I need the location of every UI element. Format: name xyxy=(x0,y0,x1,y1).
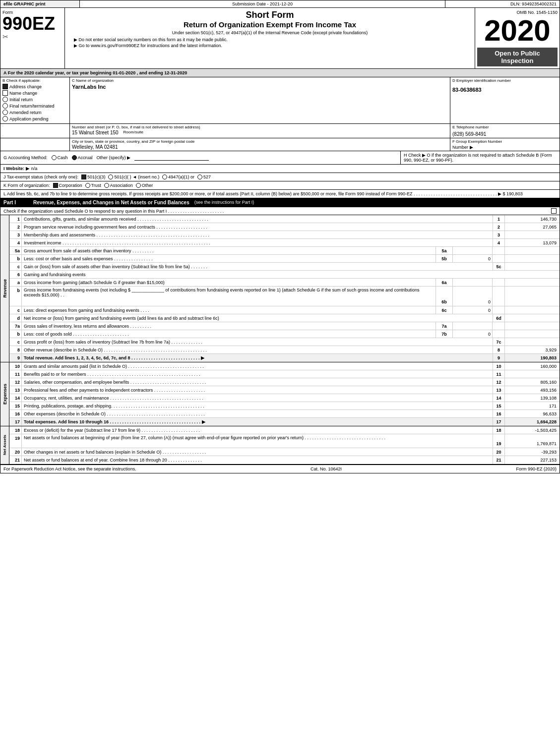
subtitle: Under section 501(c), 527, or 4947(a)(1)… xyxy=(69,30,471,35)
line-7a: 7a Gross sales of inventory, less return… xyxy=(9,322,560,330)
line-6-num: 6 xyxy=(9,271,22,278)
tax-501c3-checkbox[interactable] xyxy=(81,174,86,179)
k-other-option[interactable]: Other xyxy=(136,183,153,188)
tax-501c-label: 501(c)( ) ◄ (insert no.) xyxy=(114,174,159,179)
line-6b-val xyxy=(505,287,560,306)
line-6a-desc: Gross income from gaming (attach Schedul… xyxy=(22,279,436,286)
line-13-lnum: 13 xyxy=(493,386,505,394)
line-2: 2 Program service revenue including gove… xyxy=(9,223,560,231)
line-6c-desc: Less: direct expenses from gaming and fu… xyxy=(22,306,436,314)
checkbox-pending[interactable]: Application pending xyxy=(2,116,67,121)
line-5a-ref: 5a xyxy=(436,247,453,254)
line-7c-num: c xyxy=(9,338,22,346)
tax-527-radio[interactable] xyxy=(197,174,202,179)
application-pending-checkbox[interactable] xyxy=(2,116,8,121)
line-12-val: 805,160 xyxy=(505,378,560,386)
short-form-title: Short Form xyxy=(69,10,471,20)
line-6b-box: 0 xyxy=(453,287,493,306)
line-7b-ref: 7b xyxy=(436,330,453,338)
tax-4947-option[interactable]: 4947(a)(1) or xyxy=(162,174,194,179)
tax-527-option[interactable]: 527 xyxy=(197,174,211,179)
line-4-lnum: 4 xyxy=(493,239,505,246)
address-col: Number and street (or P. O. box, if mail… xyxy=(70,124,450,138)
line-11-val xyxy=(505,370,560,378)
line-4-desc: Investment income . . . . . . . . . . . … xyxy=(22,239,493,246)
line-9-lnum: 9 xyxy=(493,354,505,362)
line-13-num: 13 xyxy=(9,386,22,394)
address-change-checkbox[interactable] xyxy=(2,84,8,89)
line-6c-num: c xyxy=(9,306,22,314)
line-7a-lnum xyxy=(493,322,505,330)
line-6a-val xyxy=(505,279,560,286)
name-change-checkbox[interactable] xyxy=(2,90,8,96)
line-21-num: 21 xyxy=(9,456,22,464)
line-10-num: 10 xyxy=(9,362,22,370)
final-return-checkbox[interactable] xyxy=(2,103,8,109)
line-5b-desc: Less: cost or other basis and sales expe… xyxy=(22,255,436,262)
line-14-val: 139,108 xyxy=(505,394,560,402)
line-5b-box: 0 xyxy=(453,255,493,262)
k-form-label: K Form of organization: xyxy=(3,183,50,188)
line-6b-ref: 6b xyxy=(436,287,453,306)
tax-501c-option[interactable]: 501(c)( ) ◄ (insert no.) xyxy=(108,174,159,179)
tax-501c3-option[interactable]: 501(c)(3) xyxy=(81,174,106,179)
line-7b-box: 0 xyxy=(453,330,493,338)
k-corp-checkbox[interactable] xyxy=(53,183,58,188)
accrual-radio[interactable] xyxy=(72,155,77,160)
schedule-o-checkbox[interactable] xyxy=(551,208,557,214)
k-corp-label: Corporation xyxy=(59,183,82,188)
line-15-val: 171 xyxy=(505,402,560,409)
cash-radio[interactable] xyxy=(52,155,57,160)
right-header: OMB No. 1545-1150 2020 Open to Public In… xyxy=(475,8,560,68)
line-21-desc: Net assets or fund balances at end of ye… xyxy=(22,456,493,464)
line-19: 19 Net assets or fund balances at beginn… xyxy=(9,434,560,448)
line-5b-ref: 5b xyxy=(436,255,453,262)
h-check-section: H Check ▶ O if the organization is not r… xyxy=(401,151,560,164)
footer-left: For Paperwork Reduction Act Notice, see … xyxy=(3,466,136,471)
checkbox-amended[interactable]: Amended return xyxy=(2,110,67,115)
line-5c: c Gain or (loss) from sale of assets oth… xyxy=(9,263,560,271)
info-row-1: B Check if applicable: Address change Na… xyxy=(0,77,560,124)
k-trust-radio[interactable] xyxy=(85,183,90,188)
line-20-val: -39,293 xyxy=(505,448,560,456)
k-corp-option[interactable]: Corporation xyxy=(53,183,82,188)
checkbox-final[interactable]: Final return/terminated xyxy=(2,103,67,109)
cash-option[interactable]: Cash xyxy=(52,155,68,160)
l-row: L Add lines 5b, 6c, and 7b to line 9 to … xyxy=(0,190,560,198)
accrual-option[interactable]: Accrual xyxy=(72,155,93,160)
line-7c: c Gross profit or (loss) from sales of i… xyxy=(9,338,560,346)
k-assoc-radio[interactable] xyxy=(104,183,109,188)
line-8-desc: Other revenue (describe in Schedule O) .… xyxy=(22,346,493,353)
initial-return-checkbox[interactable] xyxy=(2,97,8,102)
checkbox-address[interactable]: Address change xyxy=(2,84,67,89)
address-label: Number and street (or P. O. box, if mail… xyxy=(72,125,448,129)
tax-501c-radio[interactable] xyxy=(108,174,113,179)
line-17-num: 17 xyxy=(9,418,22,426)
line-7c-lnum: 7c xyxy=(493,338,505,346)
k-form-row: K Form of organization: Corporation Trus… xyxy=(0,181,560,190)
revenue-text: Revenue xyxy=(2,279,7,298)
line-3-desc: Membership dues and assessments . . . . … xyxy=(22,231,493,238)
tax-4947-radio[interactable] xyxy=(162,174,167,179)
line-9-desc: Total revenue. Add lines 1, 2, 3, 4, 5c,… xyxy=(22,354,493,362)
website-value: n/a xyxy=(31,166,38,171)
amended-return-checkbox[interactable] xyxy=(2,110,8,115)
line-8: 8 Other revenue (describe in Schedule O)… xyxy=(9,346,560,354)
k-assoc-option[interactable]: Association xyxy=(104,183,133,188)
line-5c-desc: Gain or (loss) from sale of assets other… xyxy=(22,263,493,270)
line-7a-val xyxy=(505,322,560,330)
tax-527-label: 527 xyxy=(203,174,211,179)
net-assets-text: Net Assets xyxy=(2,435,7,455)
line-20-lnum: 20 xyxy=(493,448,505,456)
ein-col: D Employer identification number 83-0638… xyxy=(450,77,560,123)
line-5c-num: c xyxy=(9,263,22,270)
revenue-section: Revenue 1 Contributions, gifts, grants, … xyxy=(0,215,560,362)
k-other-radio[interactable] xyxy=(136,183,141,188)
check-label: B Check if applicable: xyxy=(2,78,67,83)
line-8-val: 3,929 xyxy=(505,346,560,353)
k-trust-option[interactable]: Trust xyxy=(85,183,101,188)
line-5a-desc: Gross amount from sale of assets other t… xyxy=(22,247,436,254)
checkbox-name[interactable]: Name change xyxy=(2,90,67,96)
info-row-2: Number and street (or P. O. box, if mail… xyxy=(0,124,560,138)
checkbox-initial[interactable]: Initial return xyxy=(2,97,67,102)
